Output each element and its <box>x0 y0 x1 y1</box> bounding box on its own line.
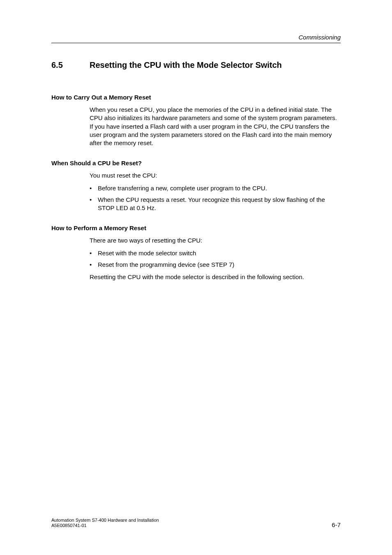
list-item: Reset with the mode selector switch <box>90 249 341 257</box>
paragraph: There are two ways of resetting the CPU: <box>90 236 341 245</box>
header-chapter: Commissioning <box>51 34 341 41</box>
page-number: 6-7 <box>332 521 341 528</box>
list-item: Reset from the programming device (see S… <box>90 261 341 269</box>
section-number: 6.5 <box>51 60 90 70</box>
paragraph: When you reset a CPU, you place the memo… <box>90 106 341 147</box>
subheading-memory-reset: How to Carry Out a Memory Reset <box>51 94 341 101</box>
page-footer: Automation System S7-400 Hardware and In… <box>51 518 341 528</box>
list-item: Before transferring a new, complete user… <box>90 184 341 192</box>
subheading-when-reset: When Should a CPU be Reset? <box>51 160 341 166</box>
subheading-perform-reset: How to Perform a Memory Reset <box>51 224 341 231</box>
paragraph: Resetting the CPU with the mode selector… <box>90 273 341 281</box>
paragraph: You must reset the CPU: <box>90 171 341 180</box>
footer-doc-title: Automation System S7-400 Hardware and In… <box>51 518 159 523</box>
header-rule <box>51 43 341 43</box>
bullet-list: Before transferring a new, complete user… <box>90 184 341 213</box>
section-heading: 6.5 Resetting the CPU with the Mode Sele… <box>51 60 341 70</box>
footer-doc-id: A5E00850741-01 <box>51 523 159 528</box>
list-item: When the CPU requests a reset. Your reco… <box>90 196 341 213</box>
bullet-list: Reset with the mode selector switch Rese… <box>90 249 341 269</box>
section-title: Resetting the CPU with the Mode Selector… <box>90 60 282 70</box>
